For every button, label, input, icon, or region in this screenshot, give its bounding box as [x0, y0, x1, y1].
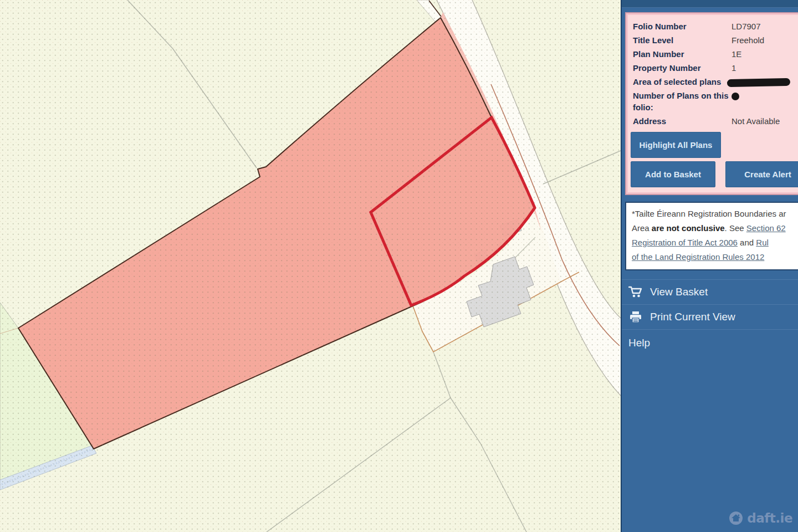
- field-label: Folio Number: [633, 21, 732, 32]
- highlight-all-plans-button[interactable]: Highlight All Plans: [631, 132, 721, 158]
- redaction-bar: [727, 78, 790, 87]
- daft-watermark: daft.ie: [729, 511, 792, 525]
- field-label: Address: [633, 115, 732, 127]
- field-label: Title Level: [633, 34, 732, 46]
- menu-item-label: Print Current View: [650, 311, 735, 323]
- registration-of-title-act-link[interactable]: Registration of Title Act 2006: [632, 238, 738, 247]
- disclaimer-line: *Tailte Éireann Registration Boundaries …: [632, 207, 798, 221]
- menu-item-print-current-view[interactable]: Print Current View: [622, 304, 798, 329]
- field-label: Number of Plans on this folio:: [633, 90, 732, 113]
- field-property-number: Property Number 1: [633, 62, 798, 74]
- field-value: Not Available: [732, 115, 780, 127]
- field-plan-number: Plan Number 1E: [633, 48, 798, 60]
- land-registration-rules-link[interactable]: of the Land Registration Rules 2012: [632, 252, 764, 262]
- watermark-text: daft.ie: [747, 511, 792, 525]
- sidebar-menu: View Basket Print Current View Help: [622, 279, 798, 356]
- cart-icon: [628, 286, 643, 298]
- menu-item-view-basket[interactable]: View Basket: [622, 279, 798, 304]
- field-label: Property Number: [633, 62, 732, 74]
- create-alert-button[interactable]: Create Alert: [725, 161, 798, 187]
- menu-item-help[interactable]: Help: [622, 329, 798, 356]
- field-title-level: Title Level Freehold: [633, 34, 798, 46]
- redaction-dot: [732, 93, 739, 100]
- disclaimer-line: of the Land Registration Rules 2012: [632, 250, 798, 264]
- field-folio-number: Folio Number LD7907: [633, 21, 798, 32]
- rules-link[interactable]: Rul: [756, 238, 769, 247]
- map-viewport[interactable]: [0, 0, 621, 532]
- field-number-of-plans: Number of Plans on this folio:: [633, 90, 798, 113]
- boundaries-disclaimer: *Tailte Éireann Registration Boundaries …: [625, 202, 798, 270]
- panel-buttons: Highlight All Plans Add to Basket Create…: [631, 132, 798, 187]
- sidebar: Folio Number LD7907 Title Level Freehold…: [621, 0, 798, 532]
- add-to-basket-button[interactable]: Add to Basket: [631, 161, 715, 187]
- land-registry-map-viewer: Folio Number LD7907 Title Level Freehold…: [0, 0, 798, 532]
- field-area-of-plans: Area of selected plans: [633, 76, 798, 88]
- dot-grid-overlay: [0, 0, 621, 532]
- field-label: Area of selected plans: [633, 76, 732, 88]
- house-icon: [729, 511, 743, 525]
- field-value: 1: [732, 62, 736, 74]
- field-value: Freehold: [732, 34, 764, 46]
- field-value: [732, 76, 790, 88]
- field-address: Address Not Available: [633, 115, 798, 127]
- menu-item-label: Help: [628, 337, 650, 349]
- disclaimer-line: Area are not conclusive. See Section 62: [632, 221, 798, 236]
- field-value: LD7907: [732, 21, 761, 32]
- printer-icon: [628, 311, 643, 323]
- disclaimer-line: Registration of Title Act 2006 and Rul: [632, 236, 798, 250]
- field-value: [732, 90, 739, 113]
- menu-item-label: View Basket: [650, 286, 708, 298]
- folio-info-panel: Folio Number LD7907 Title Level Freehold…: [625, 12, 798, 195]
- sidebar-top-strip: [622, 0, 798, 8]
- field-label: Plan Number: [633, 48, 732, 60]
- field-value: 1E: [732, 48, 741, 60]
- section-62-link[interactable]: Section 62: [746, 223, 786, 233]
